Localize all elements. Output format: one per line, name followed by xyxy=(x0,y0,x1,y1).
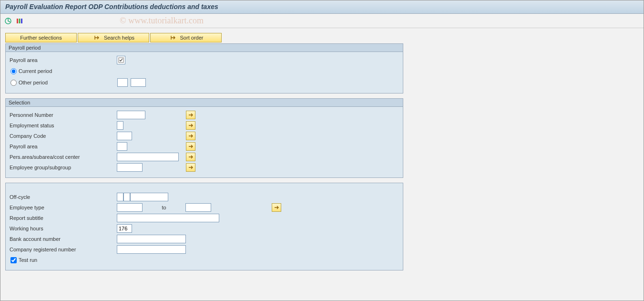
employment-status-multisel-button[interactable] xyxy=(186,121,195,130)
off-cycle-label: Off-cycle xyxy=(10,194,117,200)
off-cycle-input-1[interactable] xyxy=(117,193,123,201)
other-period-radio[interactable] xyxy=(10,80,17,86)
employee-type-from-input[interactable] xyxy=(117,203,143,212)
personnel-number-label: Personnel Number xyxy=(10,112,117,118)
company-registered-label: Company registered number xyxy=(10,247,117,252)
variant-icon[interactable] xyxy=(16,17,23,25)
company-code-label: Company Code xyxy=(10,133,117,139)
current-period-radio[interactable] xyxy=(10,68,17,74)
execute-icon[interactable] xyxy=(4,17,12,25)
payroll-area-multisel-button[interactable] xyxy=(186,142,195,151)
pers-area-input[interactable] xyxy=(117,153,179,161)
employee-group-label: Employee group/subgroup xyxy=(10,165,117,170)
off-cycle-input-3[interactable] xyxy=(130,193,168,201)
to-label: to xyxy=(143,205,185,210)
button-row: Further selections Search helps Sort ord… xyxy=(5,33,639,42)
other-period-input-2[interactable] xyxy=(131,78,146,87)
sort-order-button[interactable]: Sort order xyxy=(150,33,222,42)
further-selections-button[interactable]: Further selections xyxy=(5,33,77,42)
payroll-area-label: Payroll area xyxy=(10,57,117,63)
personnel-number-input[interactable] xyxy=(117,111,145,119)
test-run-label: Test run xyxy=(19,257,37,263)
group-payroll-period: Payroll period Payroll area Current peri… xyxy=(5,43,403,93)
search-helps-button[interactable]: Search helps xyxy=(78,33,149,42)
company-registered-input[interactable] xyxy=(117,245,186,254)
working-hours-label: Working hours xyxy=(10,226,117,231)
current-period-label: Current period xyxy=(19,68,52,74)
arrow-right-icon xyxy=(92,35,101,40)
employee-type-label: Employee type xyxy=(10,205,117,210)
personnel-number-multisel-button[interactable] xyxy=(186,111,195,119)
button-label: Further selections xyxy=(20,35,61,41)
pers-area-multisel-button[interactable] xyxy=(186,153,195,161)
app-window: Payroll Evaluation Report ODP Contributi… xyxy=(0,0,644,301)
employee-group-multisel-button[interactable] xyxy=(186,163,195,172)
company-code-input[interactable] xyxy=(117,132,132,140)
payroll-area-label: Payroll area xyxy=(10,144,117,149)
toolbar xyxy=(0,14,644,28)
page-title: Payroll Evaluation Report ODP Contributi… xyxy=(5,3,218,10)
svg-rect-1 xyxy=(17,19,18,23)
other-period-input-1[interactable] xyxy=(117,78,128,87)
content-area: Further selections Search helps Sort ord… xyxy=(0,28,644,280)
button-label: Sort order xyxy=(180,35,204,41)
arrow-right-icon xyxy=(169,35,177,40)
button-label: Search helps xyxy=(104,35,134,41)
title-bar: Payroll Evaluation Report ODP Contributi… xyxy=(0,0,644,14)
bank-account-input[interactable] xyxy=(117,235,186,243)
employee-type-to-input[interactable] xyxy=(185,203,211,212)
group-additional: Off-cycle Employee type to Report subtit… xyxy=(5,183,403,270)
other-period-label: Other period xyxy=(19,80,116,85)
svg-rect-3 xyxy=(21,19,22,23)
payroll-area-input[interactable] xyxy=(117,142,127,151)
pers-area-label: Pers.area/subarea/cost center xyxy=(10,154,117,160)
employee-group-input[interactable] xyxy=(117,163,143,172)
group-title: Payroll period xyxy=(6,44,403,52)
employment-status-input[interactable] xyxy=(117,121,123,130)
off-cycle-input-2[interactable] xyxy=(123,193,130,201)
svg-rect-2 xyxy=(19,19,20,23)
company-code-multisel-button[interactable] xyxy=(186,132,195,140)
group-selection: Selection Personnel Number Employment st… xyxy=(5,98,403,178)
employee-type-multisel-button[interactable] xyxy=(272,203,281,212)
report-subtitle-input[interactable] xyxy=(117,214,219,222)
payroll-area-search-help[interactable] xyxy=(117,56,125,64)
test-run-checkbox[interactable] xyxy=(10,257,17,263)
report-subtitle-label: Report subtitle xyxy=(10,215,117,221)
working-hours-input[interactable] xyxy=(117,224,132,233)
bank-account-label: Bank account number xyxy=(10,236,117,242)
group-title: Selection xyxy=(6,99,403,107)
employment-status-label: Employment status xyxy=(10,123,117,128)
